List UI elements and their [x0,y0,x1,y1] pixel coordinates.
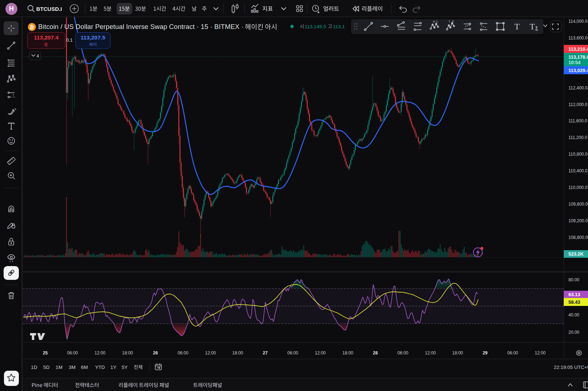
svg-text:06:00: 06:00 [178,350,188,356]
svg-text:29: 29 [483,350,488,356]
svg-text:12:00: 12:00 [535,350,546,356]
svg-text:113,178.0: 113,178.0 [568,54,588,60]
svg-text:06:00: 06:00 [67,350,78,356]
svg-text:111,600.0: 111,600.0 [568,118,587,123]
svg-text:112,400.0: 112,400.0 [568,85,588,91]
svg-text:110,000.0: 110,000.0 [568,185,588,190]
svg-text:109,200.0: 109,200.0 [568,218,588,223]
svg-text:58.43: 58.43 [568,299,580,305]
svg-text:110,400.0: 110,400.0 [568,168,588,173]
svg-text:18:00: 18:00 [122,350,133,356]
svg-text:10:54: 10:54 [568,60,581,65]
svg-text:80.00: 80.00 [568,277,579,282]
svg-text:18:00: 18:00 [342,350,353,356]
svg-text:523.2K: 523.2K [568,251,584,257]
svg-text:06:00: 06:00 [397,350,408,356]
svg-text:109,600.0: 109,600.0 [568,202,588,207]
svg-text:12:00: 12:00 [425,350,436,356]
svg-text:06:00: 06:00 [507,350,518,356]
svg-text:12:00: 12:00 [95,350,105,356]
svg-text:25: 25 [43,350,48,356]
svg-text:110,800.0: 110,800.0 [568,152,588,157]
svg-text:113,210.4: 113,210.4 [568,46,588,52]
svg-text:28: 28 [373,350,378,356]
svg-text:113,029.4: 113,029.4 [568,68,588,73]
svg-text:111,200.0: 111,200.0 [568,135,587,140]
svg-text:112,000.0: 112,000.0 [568,102,588,107]
svg-text:63.13: 63.13 [568,292,580,297]
svg-text:108,800.0: 108,800.0 [568,235,588,240]
svg-text:20.00: 20.00 [568,330,579,335]
svg-text:18:00: 18:00 [232,350,243,356]
svg-text:12:00: 12:00 [315,350,326,356]
svg-text:12:00: 12:00 [205,350,216,356]
svg-text:26: 26 [153,350,158,356]
svg-text:113,600.0: 113,600.0 [568,35,588,41]
svg-text:06:00: 06:00 [287,350,298,356]
svg-text:40.00: 40.00 [568,312,579,318]
svg-text:27: 27 [263,350,268,356]
svg-text:18:00: 18:00 [452,350,463,356]
svg-text:114,000.0: 114,000.0 [568,19,588,24]
